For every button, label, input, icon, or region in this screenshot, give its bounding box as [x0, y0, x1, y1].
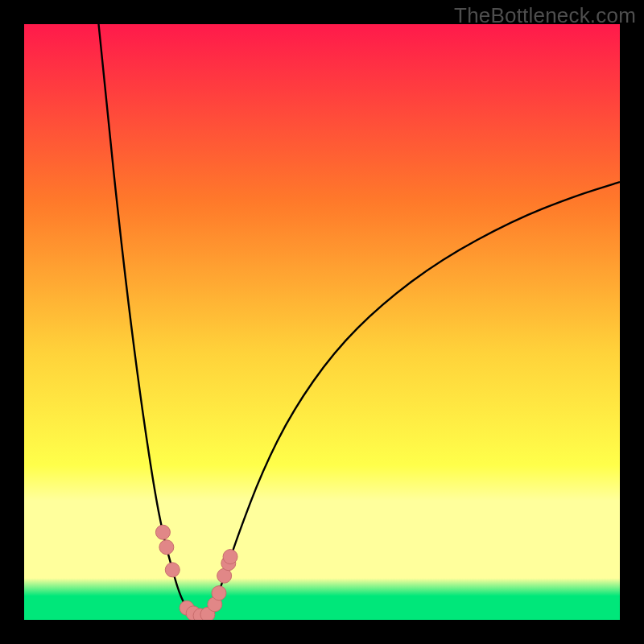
marker-right-4 — [223, 550, 237, 564]
plot-area — [24, 24, 620, 620]
marker-left-1 — [159, 540, 174, 555]
watermark-text: TheBottleneck.com — [454, 3, 636, 28]
chart-svg — [24, 24, 620, 620]
marker-right-1 — [212, 586, 226, 601]
gradient-background — [24, 24, 620, 620]
outer-frame: TheBottleneck.com — [0, 0, 644, 644]
marker-left-2 — [165, 563, 180, 577]
marker-left-0 — [155, 525, 170, 539]
